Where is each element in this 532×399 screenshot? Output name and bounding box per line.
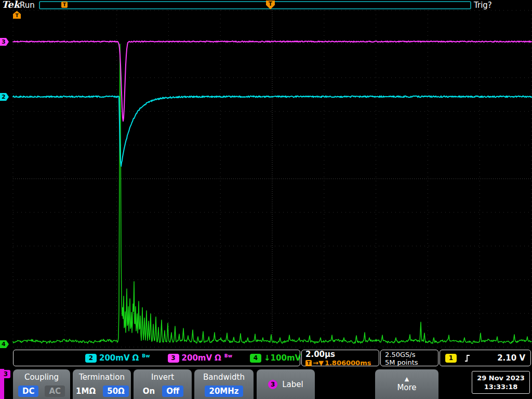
trigger-level-value: 2.10 V — [497, 353, 525, 363]
channel2-impedance: Ω — [132, 353, 139, 363]
bandwidth-title: Bandwidth — [194, 373, 254, 382]
channel3-impedance: Ω — [215, 353, 221, 363]
acquisition-readout-box: 2.50GS/s 5M points — [380, 350, 438, 366]
more-title: More — [397, 383, 416, 392]
coupling-ac-option[interactable]: AC — [45, 385, 65, 397]
bandwidth-20mhz-option[interactable]: 20MHz — [205, 385, 243, 397]
invert-on-option[interactable]: On — [142, 385, 156, 397]
more-up-arrow-icon: ▲ — [405, 376, 409, 382]
trigger-status: Trig? — [474, 1, 492, 10]
timebase-readout-box: 2.00µs T →▼ 1.806000ms — [301, 350, 379, 366]
menu-channel-badge: 3 — [1, 370, 10, 378]
invert-title: Invert — [134, 373, 192, 382]
channel4-scale: ↓100mV — [264, 353, 301, 363]
label-title: Label — [282, 380, 303, 389]
channel3-badge: 3 — [168, 354, 179, 363]
timebase-scale: 2.00µs — [305, 351, 375, 358]
termination-title: Termination — [73, 373, 131, 382]
termination-50ohm-option[interactable]: 50Ω — [103, 385, 129, 397]
invert-off-option[interactable]: Off — [162, 385, 183, 397]
sample-rate: 2.50GS/s — [385, 351, 434, 358]
softkey-coupling[interactable]: Coupling DC AC — [13, 369, 70, 399]
trigger-readout-box: 1 2.10 V — [440, 350, 531, 366]
time-value: 13:33:18 — [484, 382, 518, 391]
softkey-termination[interactable]: Termination 1MΩ 50Ω — [73, 369, 131, 399]
tek-logo: Tek — [2, 0, 20, 10]
channel3-scale: 200mV — [182, 353, 212, 363]
softkey-invert[interactable]: Invert On Off — [134, 369, 192, 399]
coupling-dc-option[interactable]: DC — [18, 385, 38, 397]
softkey-bandwidth[interactable]: Bandwidth 20MHz — [194, 369, 254, 399]
termination-1mohm-option[interactable]: 1MΩ — [75, 385, 97, 397]
channel4-badge: 4 — [250, 354, 261, 363]
delay-value: 1.806000ms — [325, 359, 371, 367]
delay-arrow-icon: →▼ — [313, 359, 324, 367]
channel3-bw-limit: Bw — [224, 353, 232, 358]
channel-readouts-box: 2 200mV Ω Bw 3 200mV Ω Bw 4 ↓100mV Ω Bw — [13, 350, 300, 366]
coupling-title: Coupling — [13, 373, 70, 382]
softkey-label[interactable]: 3 Label — [257, 369, 315, 399]
record-trigger-marker: T — [61, 2, 68, 8]
delay-trigger-badge: T — [305, 360, 312, 366]
channel2-bw-limit: Bw — [142, 353, 150, 358]
acquisition-status: Run — [20, 1, 35, 10]
record-view-bar — [39, 1, 471, 9]
label-channel-badge: 3 — [268, 380, 277, 389]
oscilloscope-screen: Tek Run T T Trig? 3 2 4 T 2 200mV Ω Bw 3… — [0, 0, 532, 399]
channel2-scale: 200mV — [99, 353, 130, 363]
record-length: 5M points — [385, 358, 434, 366]
trigger-delay-readout: T →▼ 1.806000ms — [305, 359, 375, 367]
channel2-readout: 2 200mV Ω Bw — [85, 353, 150, 363]
datetime-box: 29 Nov 2023 13:33:18 — [472, 371, 530, 394]
channel2-badge: 2 — [85, 354, 97, 363]
date-value: 29 Nov 2023 — [477, 374, 525, 382]
softkey-more[interactable]: ▲ More — [375, 369, 438, 399]
graticule — [0, 0, 532, 349]
channel3-readout: 3 200mV Ω Bw — [168, 353, 233, 363]
trigger-source-badge: 1 — [445, 354, 457, 363]
rising-edge-icon — [464, 354, 471, 363]
waveform-channel4 — [13, 44, 531, 343]
